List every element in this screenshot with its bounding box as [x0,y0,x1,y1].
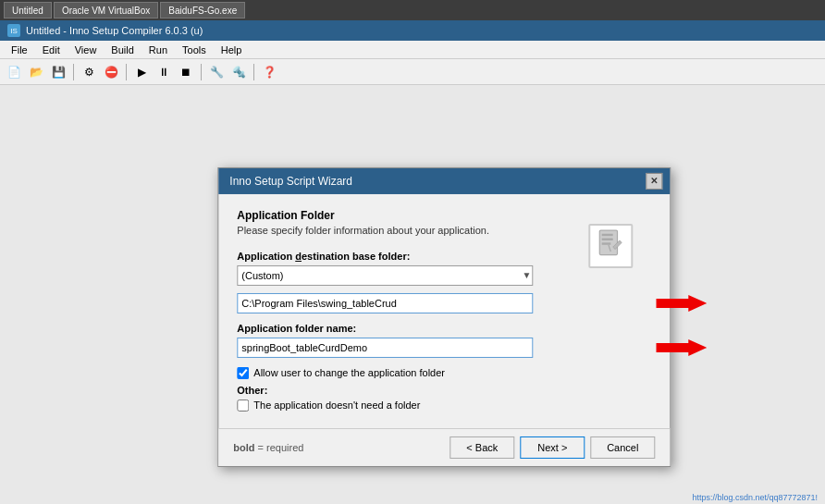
dialog-title: Inno Setup Script Wizard [229,174,352,187]
toolbar-compile[interactable]: ⚙ [79,62,99,82]
wizard-dialog: Inno Setup Script Wizard ✕ [217,166,671,466]
cancel-button[interactable]: Cancel [590,436,655,458]
menu-run[interactable]: Run [142,41,175,58]
taskbar-item-virtualbox[interactable]: Oracle VM VirtualBox [54,2,158,18]
svg-rect-2 [602,238,613,240]
dialog-content: Application Folder Please specify folder… [237,208,651,411]
ide-icon: IS [7,24,20,37]
toolbar-sep4 [253,64,254,80]
taskbar-item-baiduf[interactable]: BaiduFS-Go.exe [160,2,245,18]
svg-marker-5 [656,294,707,311]
watermark: https://blog.csdn.net/qq87772871! [692,493,818,502]
toolbar-help[interactable]: ❓ [259,62,279,82]
svg-rect-1 [602,233,613,235]
folder-name-input[interactable] [237,337,533,357]
ide-title: Untitled - Inno Setup Compiler 6.0.3 (u) [26,25,203,36]
menu-tools[interactable]: Tools [175,41,214,58]
menu-view[interactable]: View [68,41,105,58]
toolbar-btn1[interactable]: 🔧 [206,62,227,82]
dest-dropdown[interactable]: (Custom) Program Files System Windows [237,264,533,285]
dialog-body: Application Folder Please specify folder… [218,193,670,427]
dialog-title-bar: Inno Setup Script Wizard ✕ [218,167,670,193]
taskbar-item-untitled[interactable]: Untitled [4,2,52,18]
toolbar-save[interactable]: 💾 [48,62,68,82]
dest-path-row [237,292,651,313]
dest-path-input[interactable] [237,292,533,313]
menu-build[interactable]: Build [104,41,141,58]
dialog-close-button[interactable]: ✕ [646,172,662,189]
section-title: Application Folder [237,208,651,221]
footer-buttons: < Back Next > Cancel [449,436,655,458]
red-arrow-1 [656,293,707,312]
ide-window: IS Untitled - Inno Setup Compiler 6.0.3 … [0,20,825,504]
ide-content: Inno Setup Script Wizard ✕ [0,85,825,504]
toolbar-run[interactable]: ▶ [131,62,152,82]
menu-help[interactable]: Help [214,41,250,58]
checkbox-allow-change-row: Allow user to change the application fol… [237,366,651,378]
ide-title-bar: IS Untitled - Inno Setup Compiler 6.0.3 … [0,20,825,41]
toolbar-open[interactable]: 📂 [26,62,46,82]
checkbox-allow-change-label: Allow user to change the application fol… [253,367,445,378]
toolbar: 📄 📂 💾 ⚙ ⛔ ▶ ⏸ ⏹ 🔧 🔩 ❓ [0,59,825,85]
folder-name-row [237,337,651,357]
svg-rect-3 [602,242,611,244]
svg-marker-6 [656,338,707,355]
checkbox-no-folder[interactable] [237,399,249,411]
checkbox-no-folder-label: The application doesn't need a folder [253,400,420,411]
taskbar: Untitled Oracle VM VirtualBox BaiduFS-Go… [0,0,825,20]
dest-dropdown-row: (Custom) Program Files System Windows ▼ [237,264,651,285]
toolbar-new[interactable]: 📄 [4,62,24,82]
checkbox-allow-change[interactable] [237,366,249,378]
toolbar-sep2 [126,64,127,80]
toolbar-pause[interactable]: ⏸ [154,62,174,82]
other-label: Other: [237,384,651,395]
toolbar-btn2[interactable]: 🔩 [228,62,249,82]
red-arrow-2 [656,338,707,356]
menu-edit[interactable]: Edit [35,41,68,58]
menu-bar: File Edit View Build Run Tools Help [0,41,825,59]
menu-file[interactable]: File [4,41,35,58]
wizard-icon-svg [597,228,624,262]
toolbar-sep1 [73,64,74,80]
dialog-footer: bold = required < Back Next > Cancel [218,427,670,465]
folder-name-label: Application folder name: [237,322,651,333]
footer-hint: bold = required [233,441,303,452]
wizard-icon [588,223,633,267]
back-button[interactable]: < Back [449,436,514,458]
checkbox-no-folder-row: The application doesn't need a folder [237,399,651,411]
toolbar-stop[interactable]: ⛔ [101,62,121,82]
toolbar-sep3 [201,64,202,80]
toolbar-stop2[interactable]: ⏹ [176,62,196,82]
next-button[interactable]: Next > [520,436,585,458]
dest-dropdown-wrapper: (Custom) Program Files System Windows ▼ [237,264,533,285]
